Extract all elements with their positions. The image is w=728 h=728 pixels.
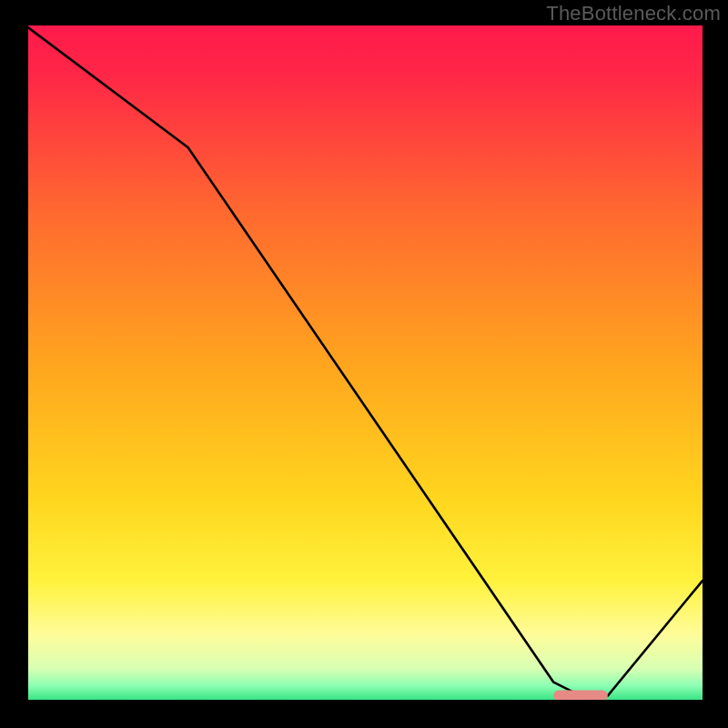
optimal-marker [553,691,608,702]
chart-container: TheBottleneck.com [0,0,728,728]
chart-svg [25,25,703,703]
plot-area [25,25,703,703]
bottleneck-curve [25,25,703,696]
watermark-text: TheBottleneck.com [546,2,721,25]
